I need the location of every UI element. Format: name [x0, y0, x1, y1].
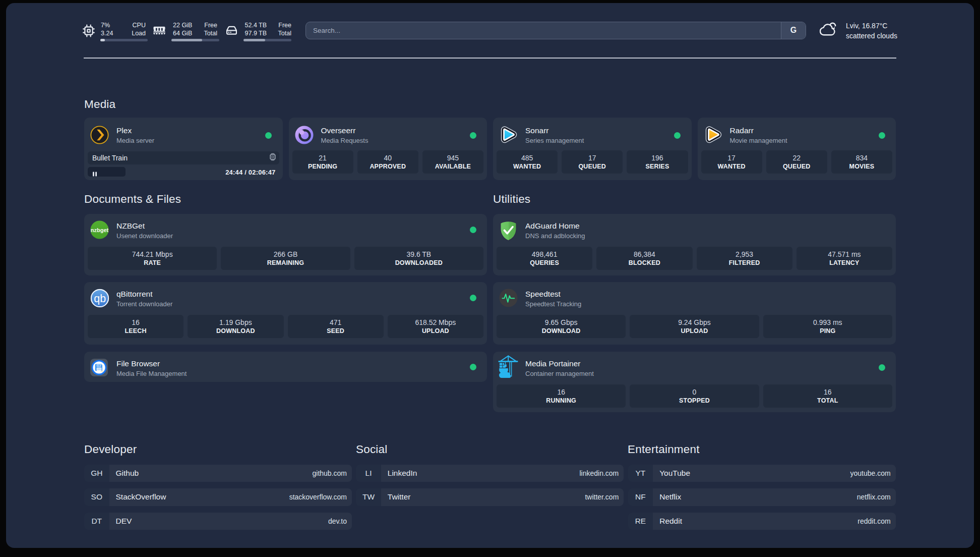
svg-text:nzbget: nzbget — [91, 227, 109, 233]
svg-text:qb: qb — [94, 293, 106, 305]
